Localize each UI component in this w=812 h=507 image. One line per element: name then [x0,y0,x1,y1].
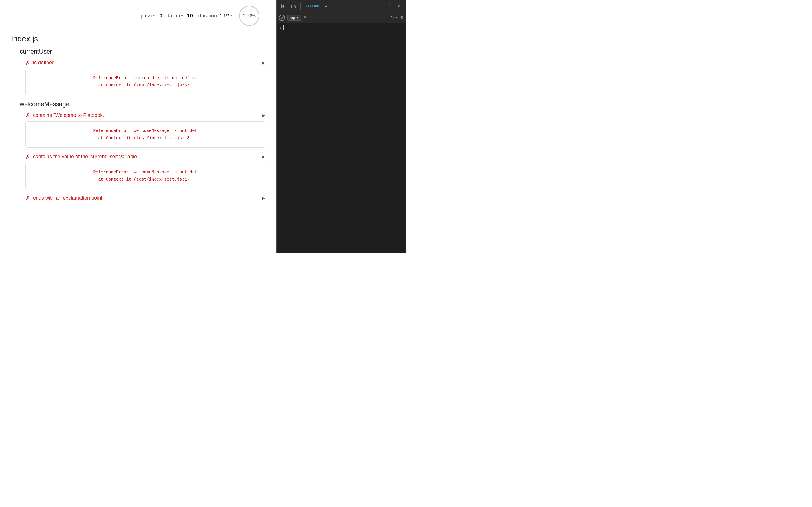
test-item-2: ✗ contains "Welcome to Flatbook, " ▶ [26,112,265,119]
more-tabs-btn[interactable]: » [323,4,329,8]
test-label-4: ends with an exclamation point! [33,195,259,201]
test-label-1: is defined [33,60,259,66]
passes-label: passes: [141,13,158,18]
fail-icon-4: ✗ [26,194,30,202]
error-line-3b: at Context.it (test/index-test.js:17: [34,176,256,183]
passes-value: 0 [160,13,162,18]
percent-value: 100% [243,13,256,19]
test-label-3: contains the value of the 'currentUser' … [33,154,259,160]
context-label: top [290,15,295,20]
console-filter-input[interactable] [304,15,385,20]
devtools-options: × [385,2,404,11]
expand-arrow-3[interactable]: ▶ [262,154,265,159]
toolbar-separator [300,3,301,10]
svg-point-2 [389,4,390,5]
test-label-2: contains "Welcome to Flatbook, " [33,112,259,118]
duration-label: duration: [199,13,218,18]
expand-arrow-2[interactable]: ▶ [262,113,265,118]
log-level-selector[interactable]: Info ▼ [388,15,398,20]
expand-arrow-4[interactable]: ▶ [262,195,265,201]
failures-summary: failures: 10 [168,13,193,19]
more-options-btn[interactable] [385,2,394,11]
duration-summary: duration: 0.01 s [199,13,234,19]
fail-icon-1: ✗ [26,59,30,66]
error-box-1: ReferenceError: currentUser is not defin… [26,69,265,95]
svg-point-4 [389,7,390,8]
duration-value: 0.01 [220,13,230,18]
file-name: index.js [11,34,265,43]
suite-name-welcomeMessage: welcomeMessage [20,101,265,108]
fail-icon-2: ✗ [26,112,30,119]
console-filter-bar: top ▼ Info ▼ ⚙ [276,12,406,23]
percent-circle: 100% [239,6,259,26]
console-content: › [276,23,406,253]
cursor [283,25,284,30]
inspect-element-btn[interactable] [279,2,288,11]
fail-icon-3: ✗ [26,153,30,160]
passes-summary: passes: 0 [141,13,162,19]
test-item-4: ✗ ends with an exclamation point! ▶ [26,194,265,202]
error-line-1b: at Context.it (test/index-test.js:6:1 [34,82,256,89]
error-box-2: ReferenceError: welcomeMessage is not de… [26,121,265,148]
svg-rect-1 [294,6,296,8]
error-line-2a: ReferenceError: welcomeMessage is not de… [34,127,256,135]
context-dropdown-icon: ▼ [296,16,299,19]
device-toolbar-btn[interactable] [289,2,298,11]
clear-console-btn[interactable] [279,15,285,21]
log-level-dropdown-icon: ▼ [395,16,398,19]
devtools-panel: Console » × top ▼ Info [276,0,406,253]
failures-label: failures: [168,13,186,18]
test-panel: passes: 0 failures: 10 duration: 0.01 s … [0,0,276,253]
console-tab[interactable]: Console [303,0,322,12]
test-item-1: ✗ is defined ▶ [26,59,265,66]
duration-unit: s [231,13,234,18]
svg-rect-0 [292,5,294,8]
failures-value: 10 [187,13,193,18]
suite-name-currentUser: currentUser [20,48,265,55]
error-line-1a: ReferenceError: currentUser is not defin… [34,75,256,82]
svg-point-3 [389,6,390,6]
context-selector[interactable]: top ▼ [287,15,301,20]
devtools-toolbar: Console » × [276,0,406,12]
close-devtools-btn[interactable]: × [395,2,404,11]
prompt-arrow: › [280,25,282,30]
console-settings-btn[interactable]: ⚙ [400,15,404,20]
close-icon: × [398,3,401,9]
expand-arrow-1[interactable]: ▶ [262,60,265,65]
error-line-2b: at Context.it (test/index-test.js:13: [34,135,256,142]
console-prompt[interactable]: › [280,25,403,30]
error-line-3a: ReferenceError: welcomeMessage is not de… [34,169,256,176]
error-box-3: ReferenceError: welcomeMessage is not de… [26,163,265,189]
log-level-label: Info [388,15,394,20]
console-tab-label: Console [306,4,319,8]
test-item-3: ✗ contains the value of the 'currentUser… [26,153,265,160]
test-summary: passes: 0 failures: 10 duration: 0.01 s … [11,6,265,26]
